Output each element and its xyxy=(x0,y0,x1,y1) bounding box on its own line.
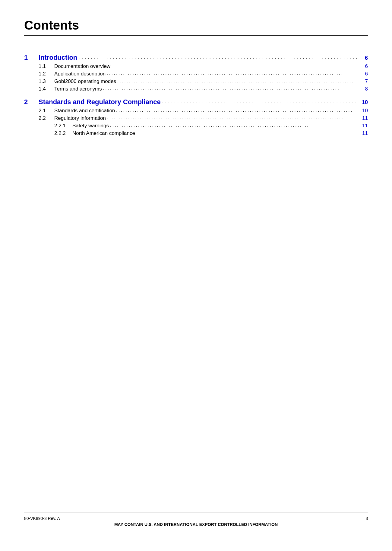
subsection-2-2-2-title: North American compliance xyxy=(72,130,135,136)
section-2-1-page: 10 xyxy=(359,108,368,114)
section-1-3-number: 1.3 xyxy=(39,78,54,84)
section-1-4-title: Terms and acronyms xyxy=(54,86,102,92)
footer-doc-ref: 80-VK890-3 Rev. A xyxy=(24,516,60,521)
section-1-1-row: 1.1 Documentation overview 6 xyxy=(24,63,368,69)
section-1-2-page: 6 xyxy=(359,71,368,77)
section-1-1-dots xyxy=(112,63,358,68)
title-divider xyxy=(24,35,368,36)
section-2-1-dots xyxy=(116,107,358,113)
chapter-2: 2 Standards and Regulatory Compliance 10… xyxy=(24,98,368,136)
chapter-1-title: Introduction xyxy=(39,54,77,62)
chapter-2-title: Standards and Regulatory Compliance xyxy=(39,98,161,106)
page-container: Contents 1 Introduction 6 1.1 Documentat… xyxy=(0,0,392,551)
section-2-2-row: 2.2 Regulatory information 11 xyxy=(24,115,368,121)
section-1-4-dots xyxy=(103,86,358,91)
chapter-1-number: 1 xyxy=(24,54,39,62)
subsection-2-2-2-dots xyxy=(136,130,358,135)
section-1-2-row: 1.2 Application description 6 xyxy=(24,71,368,77)
section-1-2-title: Application description xyxy=(54,71,106,77)
footer-line1: 80-VK890-3 Rev. A 3 xyxy=(24,516,368,521)
chapter-2-page: 10 xyxy=(359,99,368,106)
chapter-2-number: 2 xyxy=(24,98,39,106)
section-1-3-dots xyxy=(117,78,358,83)
footer-notice: MAY CONTAIN U.S. AND INTERNATIONAL EXPOR… xyxy=(114,522,278,527)
section-2-1-title: Standards and certification xyxy=(54,108,115,114)
section-2-1-number: 2.1 xyxy=(39,108,54,114)
chapter-1-row: 1 Introduction 6 xyxy=(24,54,368,62)
subsection-2-2-1-number: 2.2.1 xyxy=(54,123,72,129)
subsection-2-2-1-dots xyxy=(110,123,358,128)
chapter-2-dots xyxy=(162,99,358,105)
subsection-2-2-1-row: 2.2.1 Safety warnings 11 xyxy=(24,123,368,129)
section-2-2-title: Regulatory information xyxy=(54,115,106,121)
chapter-1: 1 Introduction 6 1.1 Documentation overv… xyxy=(24,54,368,92)
section-1-4-page: 8 xyxy=(359,86,368,92)
section-2-2-dots xyxy=(107,115,358,120)
subsection-2-2-2-number: 2.2.2 xyxy=(54,130,72,136)
section-1-1-page: 6 xyxy=(359,63,368,69)
section-1-1-title: Documentation overview xyxy=(54,63,110,69)
chapter-1-page: 6 xyxy=(359,55,368,61)
section-1-3-title: Gobi2000 operating modes xyxy=(54,78,116,84)
chapter-2-row: 2 Standards and Regulatory Compliance 10 xyxy=(24,98,368,106)
section-2-2-page: 11 xyxy=(359,115,368,121)
section-1-3-page: 7 xyxy=(359,78,368,84)
chapter-1-dots xyxy=(78,54,358,61)
footer: 80-VK890-3 Rev. A 3 MAY CONTAIN U.S. AND… xyxy=(24,512,368,527)
section-2-2-number: 2.2 xyxy=(39,115,54,121)
footer-page-num: 3 xyxy=(365,516,368,521)
section-1-3-row: 1.3 Gobi2000 operating modes 7 xyxy=(24,78,368,84)
subsection-2-2-2-page: 11 xyxy=(359,130,368,136)
section-1-4-number: 1.4 xyxy=(39,86,54,92)
subsection-2-2-2-row: 2.2.2 North American compliance 11 xyxy=(24,130,368,136)
toc-section: 1 Introduction 6 1.1 Documentation overv… xyxy=(24,54,368,512)
section-2-1-row: 2.1 Standards and certification 10 xyxy=(24,108,368,114)
page-title: Contents xyxy=(24,18,368,33)
subsection-2-2-1-title: Safety warnings xyxy=(72,123,109,129)
subsection-2-2-1-page: 11 xyxy=(359,123,368,129)
section-1-2-dots xyxy=(107,71,358,76)
section-1-4-row: 1.4 Terms and acronyms 8 xyxy=(24,86,368,92)
section-1-2-number: 1.2 xyxy=(39,71,54,77)
section-1-1-number: 1.1 xyxy=(39,63,54,69)
